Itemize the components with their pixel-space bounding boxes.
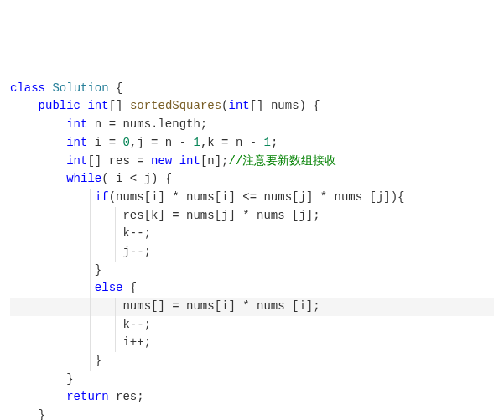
keyword: else (95, 281, 123, 294)
code-line: k--; (10, 225, 494, 243)
text: res[k] = nums[j] * nums [j]; (122, 209, 320, 222)
method-name: sortedSquares (130, 99, 221, 112)
text: n = nums.length; (87, 117, 207, 131)
text: (nums[i] * nums[i] <= nums[j] * nums [j]… (109, 190, 405, 204)
code-line: int i = 0,j = n - 1,k = n - 1; (10, 134, 494, 153)
code-line: while( i < j) { (10, 170, 494, 189)
code-line: else { (10, 279, 494, 298)
code-line: if(nums[i] * nums[i] <= nums[j] * nums [… (10, 189, 494, 207)
text: i++; (122, 335, 151, 349)
keyword: int (87, 99, 108, 112)
number: 1 (264, 136, 271, 149)
text: [n]; (200, 154, 229, 168)
code-line: res[k] = nums[j] * nums [j]; (10, 207, 494, 226)
code-line: class Solution { (10, 80, 494, 98)
keyword: int (229, 99, 250, 112)
text: [] res = (87, 154, 151, 168)
keyword: while (66, 172, 101, 185)
keyword: int (66, 154, 87, 168)
code-line: } (10, 262, 494, 280)
text: ; (271, 136, 278, 149)
text: } (95, 263, 101, 277)
text: ,j = n - (130, 136, 194, 149)
keyword: int (66, 117, 87, 131)
keyword: if (95, 190, 109, 204)
text: } (66, 372, 73, 386)
code-line: j--; (10, 243, 494, 262)
number: 1 (193, 136, 200, 149)
code-line: public int[] sortedSquares(int[] nums) { (10, 97, 494, 116)
text: } (39, 408, 45, 420)
comment: //注意要新数组接收 (229, 154, 337, 168)
text: res; (109, 390, 144, 403)
keyword: int (66, 136, 87, 149)
text: { (109, 81, 123, 95)
code-line: } (10, 352, 494, 371)
keyword: new (151, 154, 172, 168)
text: } (95, 354, 101, 367)
text: j--; (122, 245, 151, 258)
keyword: class (10, 81, 45, 95)
code-line: i++; (10, 334, 494, 352)
text: k--; (122, 226, 151, 240)
keyword: public (39, 99, 81, 112)
code-line-active: nums[] = nums[i] * nums [i]; (10, 298, 494, 316)
number: 0 (122, 136, 129, 149)
code-line: int[] res = new int[n];//注意要新数组接收 (10, 153, 494, 171)
code-line: int n = nums.length; (10, 116, 494, 134)
keyword: int (179, 154, 200, 168)
text: k--; (122, 318, 151, 331)
keyword: return (66, 390, 108, 403)
class-name: Solution (52, 81, 108, 95)
code-line: return res; (10, 388, 494, 407)
text: ,k = n - (200, 136, 264, 149)
text: { (122, 281, 137, 294)
code-line: } (10, 371, 494, 389)
code-line: k--; (10, 316, 494, 334)
code-line: } (10, 407, 494, 420)
text: nums[] = nums[i] * nums [i]; (122, 299, 320, 313)
param: nums (271, 99, 299, 112)
text: i = (87, 136, 122, 149)
text: ( i < j) { (101, 172, 172, 185)
code-editor[interactable]: class Solution { public int[] sortedSqua… (10, 80, 494, 420)
